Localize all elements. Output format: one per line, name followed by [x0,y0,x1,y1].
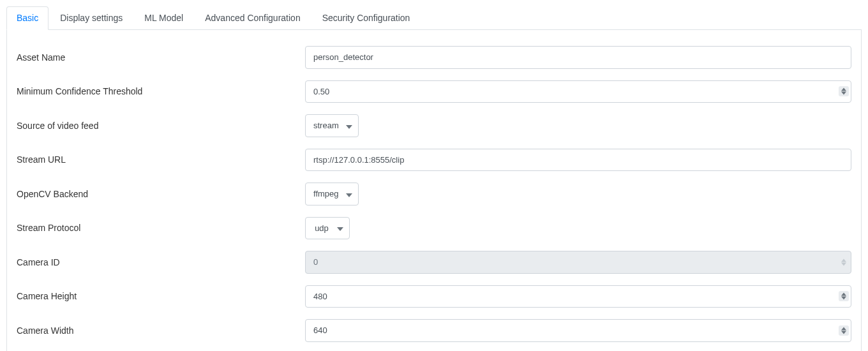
form-row-stream-url: Stream URL [17,149,851,172]
label-camera-id: Camera ID [17,257,305,267]
tab-content-basic: Asset Name Minimum Confidence Threshold … [6,30,862,351]
label-min-confidence: Minimum Confidence Threshold [17,86,305,96]
chevron-down-icon [841,296,846,300]
camera-id-stepper [839,257,849,267]
label-asset-name: Asset Name [17,52,305,63]
tab-advanced-configuration[interactable]: Advanced Configuration [195,6,310,29]
tab-display-settings[interactable]: Display settings [50,6,133,29]
camera-id-input [305,251,851,274]
camera-width-stepper[interactable] [839,325,849,336]
chevron-down-icon [841,331,846,334]
label-video-source: Source of video feed [17,121,305,131]
chevron-down-icon [841,262,846,266]
form-row-camera-width: Camera Width [17,319,851,342]
form-row-asset-name: Asset Name [17,46,851,69]
camera-height-input[interactable] [305,285,851,308]
tab-security-configuration[interactable]: Security Configuration [312,6,421,29]
stream-url-input[interactable] [305,149,851,172]
camera-width-input[interactable] [305,319,851,342]
form-row-video-source: Source of video feed stream [17,114,851,137]
opencv-backend-select[interactable]: ffmpeg [305,183,359,205]
video-source-select[interactable]: stream [305,114,359,137]
label-camera-height: Camera Height [17,291,305,301]
form-row-camera-height: Camera Height [17,285,851,308]
form-row-opencv-backend: OpenCV Backend ffmpeg [17,183,851,205]
label-camera-width: Camera Width [17,325,305,336]
tab-bar: Basic Display settings ML Model Advanced… [6,6,862,30]
form-row-min-confidence: Minimum Confidence Threshold [17,80,851,103]
tab-ml-model[interactable]: ML Model [134,6,193,29]
stream-protocol-select[interactable]: udp [305,217,350,240]
min-confidence-stepper[interactable] [839,86,849,96]
chevron-down-icon [841,91,846,95]
label-opencv-backend: OpenCV Backend [17,189,305,199]
tab-basic[interactable]: Basic [6,6,49,30]
label-stream-protocol: Stream Protocol [17,223,305,233]
label-stream-url: Stream URL [17,154,305,165]
asset-name-input[interactable] [305,46,851,69]
form-row-camera-id: Camera ID [17,251,851,274]
form-row-stream-protocol: Stream Protocol udp [17,217,851,240]
min-confidence-input[interactable] [305,80,851,103]
camera-height-stepper[interactable] [839,291,849,301]
